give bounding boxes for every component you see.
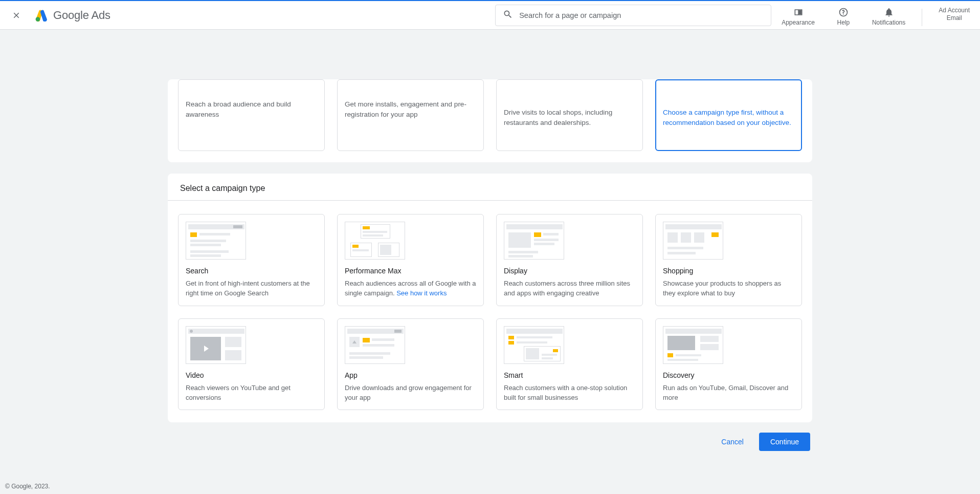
header-divider	[922, 9, 922, 26]
pmax-thumb-icon	[345, 222, 405, 260]
brand-text: Google Ads	[53, 9, 110, 22]
account-line2: Email	[947, 14, 962, 23]
help-label: Help	[837, 19, 850, 26]
cancel-button[interactable]: Cancel	[710, 433, 755, 451]
objective-panel: Reach a broad audience and build awarene…	[168, 79, 812, 162]
objective-card-awareness[interactable]: Reach a broad audience and build awarene…	[178, 79, 325, 151]
appearance-button[interactable]: Appearance	[782, 7, 815, 26]
ct-desc: Reach customers across three million sit…	[504, 279, 635, 298]
objective-card-app[interactable]: Get more installs, engagement and pre-re…	[337, 79, 484, 151]
discovery-thumb-icon	[663, 326, 723, 364]
notifications-label: Notifications	[872, 19, 905, 26]
svg-point-0	[36, 17, 40, 22]
app-thumb-icon	[345, 326, 405, 364]
display-thumb-icon	[504, 222, 564, 260]
ads-logo-icon	[35, 9, 48, 22]
video-thumb-icon	[186, 326, 246, 364]
svg-rect-1	[798, 10, 801, 14]
header-actions: Appearance Help Notifications Ad Account…	[782, 5, 970, 26]
ct-title: Search	[186, 267, 317, 275]
campaign-type-title: Select a campaign type	[168, 174, 812, 201]
appearance-label: Appearance	[782, 19, 815, 26]
ct-title: Video	[186, 371, 317, 379]
bell-icon	[884, 7, 894, 18]
ct-desc: Reach audiences across all of Google wit…	[345, 279, 476, 298]
account-line1: Ad Account	[939, 7, 970, 15]
campaign-type-smart[interactable]: Smart Reach customers with a one-stop so…	[496, 318, 643, 411]
continue-button[interactable]: Continue	[759, 433, 810, 451]
help-button[interactable]: Help	[828, 7, 859, 26]
objective-desc: Reach a broad audience and build awarene…	[186, 99, 317, 119]
ct-desc: Get in front of high-intent customers at…	[186, 279, 317, 298]
content-scroll-area[interactable]: Reach a broad audience and build awarene…	[0, 0, 980, 494]
ct-title: App	[345, 371, 476, 379]
ct-desc: Showcase your products to shoppers as th…	[663, 279, 794, 298]
objective-card-local[interactable]: Drive visits to local shops, including r…	[496, 79, 643, 151]
notifications-button[interactable]: Notifications	[872, 7, 905, 26]
account-menu[interactable]: Ad Account Email	[939, 7, 970, 23]
ct-title: Discovery	[663, 371, 794, 379]
objective-card-no-goal[interactable]: Choose a campaign type first, without a …	[655, 79, 802, 151]
campaign-type-search[interactable]: Search Get in front of high-intent custo…	[178, 214, 325, 306]
ct-title: Display	[504, 267, 635, 275]
brand-logo[interactable]: Google Ads	[35, 9, 110, 22]
search-thumb-icon	[186, 222, 246, 260]
campaign-type-display[interactable]: Display Reach customers across three mil…	[496, 214, 643, 306]
pmax-learn-link[interactable]: See how it works	[396, 289, 447, 297]
objective-desc: Get more installs, engagement and pre-re…	[345, 99, 476, 119]
search-icon	[503, 9, 513, 21]
campaign-type-panel: Select a campaign type Search Get in fro…	[168, 174, 812, 422]
ct-title: Performance Max	[345, 267, 476, 275]
appearance-icon	[793, 7, 804, 18]
objective-desc: Drive visits to local shops, including r…	[504, 108, 635, 127]
ct-desc: Run ads on YouTube, Gmail, Discover and …	[663, 383, 794, 403]
search-box[interactable]	[495, 5, 771, 26]
smart-thumb-icon	[504, 326, 564, 364]
campaign-type-shopping[interactable]: Shopping Showcase your products to shopp…	[655, 214, 802, 306]
help-icon	[838, 7, 849, 18]
search-input[interactable]	[519, 11, 764, 19]
ct-desc: Reach viewers on YouTube and get convers…	[186, 383, 317, 403]
app-header: Google Ads Appearance Help Notifications	[0, 0, 980, 30]
ct-desc: Reach customers with a one-stop solution…	[504, 383, 635, 403]
campaign-type-app[interactable]: App Drive downloads and grow engagement …	[337, 318, 484, 411]
campaign-type-video[interactable]: Video Reach viewers on YouTube and get c…	[178, 318, 325, 411]
campaign-type-performance-max[interactable]: Performance Max Reach audiences across a…	[337, 214, 484, 306]
ct-desc: Drive downloads and grow engagement for …	[345, 383, 476, 403]
shopping-thumb-icon	[663, 222, 723, 260]
page-footer: © Google, 2023.	[0, 480, 55, 494]
objective-desc: Choose a campaign type first, without a …	[663, 108, 794, 127]
campaign-type-discovery[interactable]: Discovery Run ads on YouTube, Gmail, Dis…	[655, 318, 802, 411]
footer-actions: Cancel Continue	[168, 422, 812, 463]
ct-title: Smart	[504, 371, 635, 379]
ct-title: Shopping	[663, 267, 794, 275]
close-icon[interactable]	[10, 9, 23, 22]
